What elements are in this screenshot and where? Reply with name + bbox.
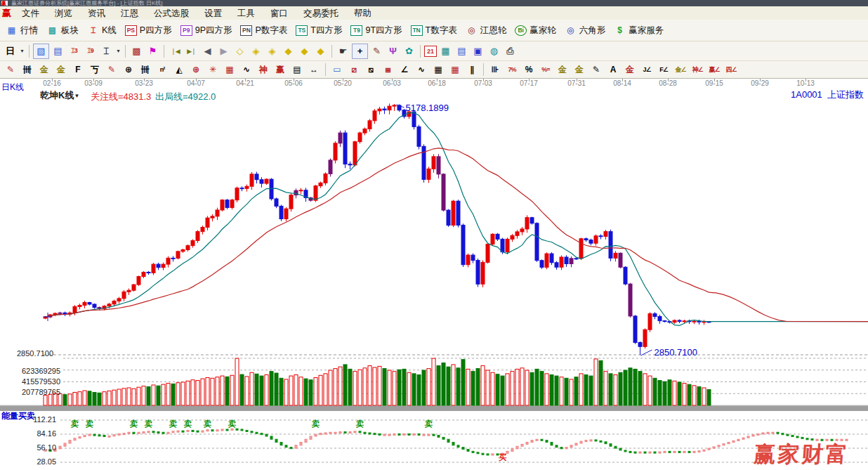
draw-ruler-lines[interactable]: 卌	[138, 63, 153, 77]
draw-bars[interactable]: ⊪	[487, 63, 503, 77]
candle-style-dropdown[interactable]: ▾	[115, 44, 121, 58]
small-3-kline-button[interactable]: ⌶3	[67, 44, 81, 58]
toolbar-button-行情[interactable]: ▦行情	[2, 21, 41, 39]
draw-angle-lines[interactable]: ∠	[397, 63, 412, 77]
draw-ruler-123[interactable]: ▤	[289, 63, 305, 77]
toolbar-button-9P四方形[interactable]: P99P四方形	[177, 21, 236, 39]
toolbar-button-六角形[interactable]: ◎六角形	[561, 21, 610, 39]
toolbar-button-赢家轮[interactable]: Bi赢家轮	[511, 21, 560, 39]
toolbar-button-9T四方形[interactable]: T99T四方形	[347, 21, 405, 39]
draw-pen-bar[interactable]: ✎	[588, 63, 604, 77]
printer-button[interactable]: ⎙	[503, 44, 518, 58]
stamp-tool-button[interactable]: Ψ	[386, 44, 400, 58]
save-button[interactable]: ▣	[471, 44, 485, 58]
hand-tool-button[interactable]: ☛	[336, 44, 350, 58]
menu-item-江恩[interactable]: 江恩	[113, 8, 146, 18]
draw-pencil[interactable]: ✎	[3, 63, 18, 77]
draw-j-angle[interactable]: J∠	[639, 63, 655, 77]
calendar-button[interactable]: 21	[424, 46, 437, 57]
next-page-button[interactable]: ▶	[216, 44, 231, 58]
candle-style-button[interactable]: ⌶	[99, 44, 114, 58]
gann-square-tool-1[interactable]: ◇	[232, 44, 247, 58]
menu-item-公式选股[interactable]: 公式选股	[146, 8, 197, 18]
draw-gold-angle[interactable]: 金∠	[673, 63, 688, 77]
menu-item-帮助[interactable]: 帮助	[346, 8, 379, 18]
draw-a-wave[interactable]: A	[605, 63, 621, 77]
toolbar-button-P数字表[interactable]: PNP数字表	[237, 21, 291, 39]
draw-f-grid[interactable]: F	[70, 63, 86, 77]
draw-zigzag[interactable]: ∿	[239, 63, 254, 77]
gann-square-tool-6[interactable]: ◆	[313, 44, 328, 58]
main-chart-button[interactable]: ▧	[33, 44, 49, 59]
draw-7pct[interactable]: 7%	[504, 63, 520, 77]
toolbar-button-江恩轮[interactable]: ◎江恩轮	[462, 21, 511, 39]
draw-red-grid-box[interactable]: ▦	[222, 63, 237, 77]
toolbar-button-T四方形[interactable]: TST四方形	[292, 21, 346, 39]
draw-gold-circle[interactable]: 金	[555, 63, 570, 77]
flag-marker-button[interactable]: ⚑	[145, 44, 160, 58]
net-data-button[interactable]: ◍	[487, 44, 501, 58]
crosshair-tool-button[interactable]: +	[352, 44, 368, 59]
draw-red-compass[interactable]: ⊕	[188, 63, 204, 77]
toolbar-button-板块[interactable]: ▩板块	[43, 21, 82, 39]
menu-item-文件[interactable]: 文件	[14, 8, 47, 18]
toolbar-button-K线[interactable]: ⌶K线	[84, 21, 120, 39]
draw-box-fan[interactable]: ⧅	[363, 63, 379, 77]
draw-four-angle[interactable]: 四∠	[723, 63, 739, 77]
draw-f-angle[interactable]: F∠	[656, 63, 671, 77]
draw-shen-angle[interactable]: 神∠	[690, 63, 705, 77]
draw-gold-line[interactable]: 金	[572, 63, 587, 77]
draw-box[interactable]: ▭	[329, 63, 345, 77]
draw-n-square[interactable]: n²	[154, 63, 170, 77]
toolbar-button-T数字表[interactable]: TNT数字表	[407, 21, 461, 39]
pen-tool-button[interactable]: ✎	[369, 44, 384, 58]
menu-item-浏览[interactable]: 浏览	[47, 8, 80, 18]
draw-fan-red[interactable]: ⧄	[346, 63, 362, 77]
draw-circle-cross[interactable]: ⊕	[121, 63, 136, 77]
draw-h-measure[interactable]: ↔	[306, 63, 322, 77]
period-day-button[interactable]: 日	[3, 44, 18, 58]
gann-square-tool-3[interactable]: ◈	[265, 44, 280, 58]
draw-gold-red[interactable]: 金	[622, 63, 638, 77]
gann-square-tool-2[interactable]: ◈	[249, 44, 263, 58]
draw-percent-line[interactable]: %=	[538, 63, 553, 77]
draw-pencil-2[interactable]: ✎	[104, 63, 119, 77]
toolbar-button-赢家服务[interactable]: $赢家服务	[610, 21, 667, 39]
calculator-button[interactable]: ▦	[438, 44, 453, 58]
small-9-kline-button[interactable]: ⌶9	[83, 44, 98, 58]
draw-starburst[interactable]: ✳	[205, 63, 221, 77]
draw-parallel[interactable]: ∥	[464, 63, 480, 77]
gann-square-tool-5[interactable]: ◆	[297, 44, 312, 58]
notes-button[interactable]: ▤	[454, 44, 469, 58]
qiankun-kline-button[interactable]: ▩	[129, 44, 144, 58]
prev-page-button[interactable]: ◀	[200, 44, 215, 58]
draw-grid-lines[interactable]: 卌	[20, 63, 35, 77]
period-dropdown[interactable]: ▾	[19, 44, 25, 58]
last-page-button[interactable]: ▶❘	[184, 44, 199, 58]
menu-item-交易委托[interactable]: 交易委托	[296, 8, 346, 18]
menu-item-资讯[interactable]: 资讯	[80, 8, 113, 18]
draw-spiral[interactable]: 丂	[87, 63, 103, 77]
draw-angle[interactable]: ◭	[171, 63, 187, 77]
pattern-tool-button[interactable]: ✿	[402, 44, 416, 58]
kline-type-dropdown[interactable]: 乾坤K线▼	[40, 89, 79, 102]
menu-item-工具[interactable]: 工具	[230, 8, 263, 18]
draw-ying-tool[interactable]: 赢	[272, 63, 288, 77]
draw-gold-grid-1[interactable]: 金	[37, 63, 52, 77]
report-button[interactable]: ▤	[51, 44, 65, 58]
draw-box-fan-red[interactable]: ⧆	[380, 63, 395, 77]
draw-grid-black[interactable]: ▦	[430, 63, 446, 77]
menu-item-窗口[interactable]: 窗口	[263, 8, 296, 18]
draw-wave[interactable]: ∿	[414, 63, 429, 77]
draw-grid-red[interactable]: ▦	[447, 63, 463, 77]
toolbar-button-P四方形[interactable]: PSP四方形	[121, 21, 176, 39]
draw-ying-angle[interactable]: 赢∠	[706, 63, 722, 77]
menu-item-设置[interactable]: 设置	[197, 8, 230, 18]
draw-percent[interactable]: %	[521, 63, 537, 77]
gann-square-tool-4[interactable]: ◆	[281, 44, 296, 58]
chart-canvas[interactable]: 卖卖卖卖卖卖卖卖卖卖卖买	[0, 87, 868, 470]
draw-shen-tool[interactable]: 神	[256, 63, 271, 77]
first-page-button[interactable]: ❘◀	[168, 44, 183, 58]
volume-bar-up	[692, 386, 696, 405]
draw-gold-grid-2[interactable]: 金	[53, 63, 69, 77]
